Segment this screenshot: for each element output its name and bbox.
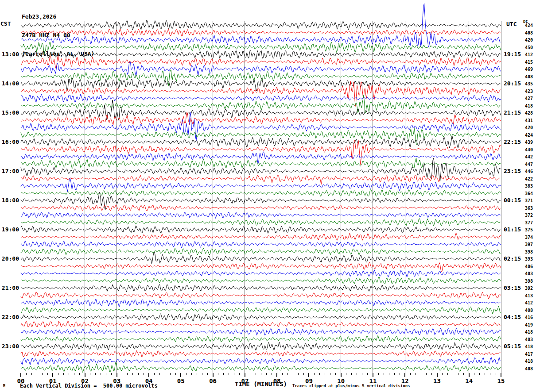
- seismogram-trace-row: [21, 306, 501, 314]
- cst-hour-label: 21:00: [2, 284, 19, 291]
- seismogram-trace-row: [21, 328, 501, 335]
- dc-value: 415: [525, 60, 533, 65]
- dc-value: 427: [525, 96, 533, 101]
- dc-value: 364: [525, 191, 533, 196]
- right-timezone-label: UTC: [506, 21, 517, 27]
- utc-hour-label: 02:15: [504, 255, 521, 262]
- cst-hour-label: 19:00: [2, 226, 19, 233]
- seismogram-trace-row: [21, 78, 501, 91]
- dc-value: 408: [525, 74, 533, 79]
- seismogram-trace-row: [21, 270, 501, 277]
- dc-value: 406: [525, 264, 533, 269]
- dc-value: 450: [525, 45, 533, 50]
- dc-value: 398: [525, 250, 533, 254]
- seismogram-trace-row: [21, 248, 501, 255]
- dc-value: 393: [525, 257, 533, 261]
- dc-value: 377: [525, 220, 533, 225]
- dc-value: 412: [525, 52, 533, 57]
- utc-hour-label: 22:15: [504, 138, 521, 145]
- cst-hour-label: 13:00: [2, 51, 19, 58]
- seismogram-trace-row: [21, 100, 501, 120]
- seismogram-trace-row: [21, 335, 501, 342]
- seismogram-trace-row: [21, 262, 501, 272]
- dc-value: 412: [525, 300, 533, 305]
- dc-value: 428: [525, 111, 533, 115]
- seismogram-trace-row: [21, 212, 501, 218]
- dc-value: 435: [525, 81, 533, 86]
- utc-hour-label: 05:15: [504, 343, 521, 350]
- dc-value: 363: [525, 206, 533, 211]
- seismogram-trace-row: [21, 350, 501, 357]
- seismogram-trace-row: [21, 219, 501, 226]
- utc-hour-label: 21:15: [504, 109, 521, 116]
- dc-value: 418: [525, 344, 533, 349]
- header-location: (Carrollton, AL, USA): [22, 51, 94, 57]
- dc-value: 424: [525, 133, 533, 138]
- cst-hour-label: 20:00: [2, 255, 19, 262]
- seismogram-trace-row: [21, 241, 501, 248]
- dc-value: 420: [525, 38, 533, 42]
- dc-value: 372: [525, 213, 533, 218]
- dc-value: 408: [525, 366, 533, 371]
- dc-offset-label: DC: [523, 19, 528, 24]
- utc-hour-label: 01:15: [504, 226, 521, 233]
- utc-hour-label: 23:15: [504, 168, 521, 174]
- seismogram-trace-row: [21, 313, 501, 321]
- seismogram-trace-row: [21, 233, 501, 240]
- x-tick-label: 13: [433, 377, 441, 384]
- dc-value: 413: [525, 293, 533, 298]
- seismogram-trace-row: [21, 152, 501, 164]
- cst-hour-label: 16:00: [2, 138, 19, 145]
- dc-value: 408: [525, 308, 533, 313]
- dc-value: 447: [525, 162, 533, 167]
- dc-value: 418: [525, 330, 533, 334]
- seismogram-trace-row: [21, 299, 501, 307]
- seismogram-trace-row: [21, 342, 501, 350]
- utc-hour-label: 04:15: [504, 314, 521, 320]
- dc-value: 423: [525, 89, 533, 94]
- utc-hour-label: 03:15: [504, 284, 521, 291]
- x-tick-label: 06: [209, 377, 217, 384]
- clip-note: Traces clipped at plus/minus 5 vertical …: [292, 384, 410, 388]
- seismogram-trace-row: [21, 175, 501, 184]
- utc-hour-label: 19:15: [504, 51, 521, 58]
- dc-value: 375: [525, 227, 533, 232]
- header-date: Feb23,2026: [22, 14, 94, 20]
- seismogram-trace-row: [21, 158, 501, 168]
- scale-note: Each Vertical Division = 500.00 microvol…: [20, 383, 158, 389]
- seismogram-trace-row: [21, 135, 501, 148]
- corner-m-glyph: M: [3, 384, 5, 388]
- seismogram-trace-row: [21, 81, 501, 107]
- header-block: Feb23,2026 Z47B HHZ N4 00 (Carrollton, A…: [22, 1, 94, 69]
- x-tick-label: 14: [465, 377, 473, 384]
- dc-value: 398: [525, 279, 533, 284]
- dc-value: 418: [525, 104, 533, 108]
- header-station: Z47B HHZ N4 00: [22, 32, 94, 38]
- seismogram-trace-row: [21, 158, 501, 181]
- dc-value: 442: [525, 154, 533, 159]
- seismogram-trace-row: [21, 252, 501, 264]
- dc-value: 446: [525, 169, 533, 174]
- seismogram-trace-row: [21, 178, 501, 192]
- helicorder-page: 0001020304050607080910111213141542440842…: [0, 0, 536, 392]
- cst-hour-label: 15:00: [2, 109, 19, 116]
- dc-value: 417: [525, 352, 533, 357]
- x-tick-label: 05: [177, 377, 185, 384]
- dc-value: 469: [525, 67, 533, 72]
- seismogram-trace-row: [21, 205, 501, 211]
- seismogram-trace-row: [21, 292, 501, 299]
- cst-hour-label: 17:00: [2, 168, 19, 174]
- seismogram-trace-row: [21, 277, 501, 284]
- seismogram-trace-row: [21, 140, 501, 165]
- dc-value: 416: [525, 315, 533, 320]
- dc-value: 374: [525, 235, 533, 240]
- dc-value: 403: [525, 271, 533, 276]
- dc-value: 403: [525, 337, 533, 342]
- utc-hour-label: 20:15: [504, 80, 521, 87]
- seismogram-trace-row: [21, 112, 501, 125]
- dc-value: 397: [525, 242, 533, 247]
- dc-value: 431: [525, 118, 533, 123]
- x-axis-title: TIME (MINUTES): [235, 380, 287, 388]
- left-timezone-label: CST: [0, 20, 11, 27]
- dc-value: 383: [525, 184, 533, 188]
